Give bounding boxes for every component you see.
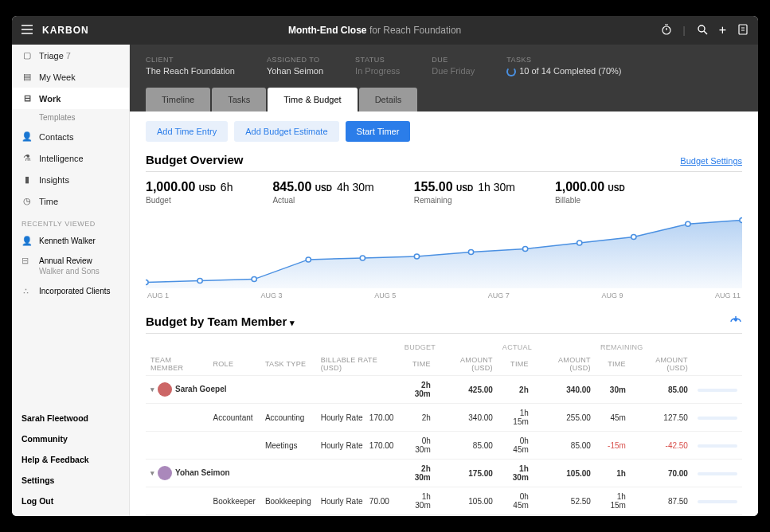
table-row: MeetingsHourly Rate 70.000h 30m35.000h 3… — [146, 515, 742, 516]
budget-chart — [146, 213, 742, 288]
team-budget-table: BUDGET ACTUAL REMAINING TEAM MEMBERROLET… — [146, 340, 742, 516]
col-header: AMOUNT (USD) — [631, 353, 693, 376]
footer-link-community[interactable]: Community — [12, 428, 129, 449]
sidebar-item-my-week[interactable]: ▤My Week — [12, 66, 129, 88]
sidebar-item-time[interactable]: ◷Time — [12, 190, 129, 212]
intel-icon: ⚗ — [21, 153, 33, 163]
sidebar: ▢Triage 7▤My Week⊟WorkTemplates👤Contacts… — [12, 45, 130, 516]
sidebar-item-contacts[interactable]: 👤Contacts — [12, 126, 129, 147]
overview-title: Budget Overview — [146, 153, 244, 166]
sidebar-item-triage[interactable]: ▢Triage 7 — [12, 45, 129, 66]
progress-bar — [698, 389, 737, 392]
work-icon: ⊟ — [21, 256, 33, 266]
sidebar-sub-templates[interactable]: Templates — [12, 109, 129, 126]
week-icon: ▤ — [21, 72, 33, 82]
recent-item[interactable]: 👤Kenneth Walker — [12, 231, 129, 251]
col-group-actual: ACTUAL — [498, 340, 596, 353]
col-header: TIME — [596, 353, 631, 376]
stat-billable: 1,000.00 USDBillable — [555, 180, 625, 205]
team-title: Budget by Team Member ▾ — [146, 315, 295, 328]
chevron-down-icon[interactable]: ▾ — [150, 385, 154, 393]
table-row: BookkeeperBookkeepingHourly Rate 70.001h… — [146, 487, 742, 515]
col-header: TEAM MEMBER — [146, 353, 209, 376]
svg-point-6 — [306, 257, 311, 262]
footer-link-help-feedback[interactable]: Help & Feedback — [12, 449, 129, 470]
avatar — [158, 466, 172, 480]
svg-point-14 — [740, 218, 742, 223]
page-title: Month-End Close for Reach Foundation — [89, 25, 661, 36]
chevron-down-icon[interactable]: ▾ — [150, 469, 154, 477]
svg-point-4 — [197, 279, 202, 284]
download-icon[interactable] — [729, 314, 742, 328]
brand-logo: KARBON — [42, 25, 89, 36]
svg-point-3 — [146, 280, 148, 284]
recent-item[interactable]: ⊟Annual ReviewWalker and Sons — [12, 251, 129, 281]
table-row: MeetingsHourly Rate 170.000h 30m85.000h … — [146, 432, 742, 460]
svg-point-13 — [686, 221, 690, 226]
progress-bar — [698, 417, 737, 420]
person-icon: 👤 — [21, 236, 33, 246]
svg-point-11 — [577, 241, 582, 245]
work-icon: ⊟ — [21, 93, 33, 104]
col-header: BILLABLE RATE (USD) — [316, 353, 400, 376]
table-row: ▾Sarah Goepel2h 30m425.002h340.0030m85.0… — [146, 376, 742, 404]
col-header: ROLE — [209, 353, 260, 376]
recent-label: RECENTLY VIEWED — [12, 212, 129, 231]
meta-client: CLIENTThe Reach Foundation — [146, 56, 235, 76]
col-group-remaining: REMAINING — [596, 340, 693, 353]
sidebar-item-intelligence[interactable]: ⚗Intelligence — [12, 147, 129, 169]
tab-tasks[interactable]: Tasks — [212, 88, 266, 111]
tab-timeline[interactable]: Timeline — [146, 88, 210, 111]
time-icon: ◷ — [21, 196, 33, 206]
contacts-icon: 👤 — [21, 131, 33, 142]
work-header: CLIENTThe Reach FoundationASSIGNED TOYoh… — [130, 45, 758, 111]
footer-link-settings[interactable]: Settings — [12, 470, 129, 491]
col-header: AMOUNT (USD) — [436, 353, 498, 376]
sidebar-item-insights[interactable]: ▮Insights — [12, 169, 129, 190]
chart-x-labels: AUG 1AUG 3AUG 5AUG 7AUG 9AUG 11 — [146, 291, 742, 299]
meta-due: DUEDue Friday — [432, 56, 475, 76]
org-icon: ⛬ — [21, 286, 33, 295]
tab-details[interactable]: Details — [359, 88, 418, 111]
meta-assigned-to: ASSIGNED TOYohan Seimon — [267, 56, 323, 76]
start-timer-button[interactable]: Start Timer — [346, 121, 411, 142]
tab-time-budget[interactable]: Time & Budget — [268, 88, 357, 111]
triage-icon: ▢ — [21, 50, 33, 61]
svg-point-12 — [631, 234, 636, 239]
svg-point-1 — [698, 25, 705, 32]
menu-icon[interactable] — [21, 25, 33, 37]
add-time-button[interactable]: Add Time Entry — [146, 121, 228, 142]
recent-item[interactable]: ⛬Incorporated Clients — [12, 281, 129, 301]
col-header: AMOUNT (USD) — [534, 353, 596, 376]
svg-point-7 — [360, 256, 365, 260]
tabs: TimelineTasksTime & BudgetDetails — [146, 88, 742, 111]
stat-budget: 1,000.00 USD6hBudget — [146, 180, 233, 205]
note-icon[interactable] — [737, 24, 749, 37]
sidebar-item-work[interactable]: ⊟Work — [12, 88, 129, 109]
stat-remaining: 155.00 USD1h 30mRemaining — [414, 180, 515, 205]
footer-link-log-out[interactable]: Log Out — [12, 491, 129, 511]
svg-point-10 — [523, 247, 528, 252]
chevron-down-icon[interactable]: ▾ — [290, 318, 295, 327]
search-icon[interactable] — [697, 24, 708, 37]
meta-status: STATUSIn Progress — [355, 56, 400, 76]
progress-bar — [698, 500, 737, 503]
svg-point-9 — [468, 249, 473, 254]
footer-link-sarah-fleetwood[interactable]: Sarah Fleetwood — [12, 408, 129, 428]
timer-icon[interactable] — [661, 24, 672, 37]
add-icon[interactable]: + — [719, 23, 726, 37]
add-budget-button[interactable]: Add Budget Estimate — [234, 121, 338, 142]
col-header: TIME — [498, 353, 534, 376]
main-content: CLIENTThe Reach FoundationASSIGNED TOYoh… — [130, 45, 758, 516]
budget-stats: 1,000.00 USD6hBudget845.00 USD4h 30mActu… — [146, 180, 742, 205]
title-context: for Reach Foundation — [367, 25, 462, 36]
insights-icon: ▮ — [21, 174, 33, 185]
budget-settings-link[interactable]: Budget Settings — [680, 156, 742, 166]
svg-point-5 — [252, 277, 256, 282]
title-bold: Month-End Close — [288, 25, 367, 36]
col-header: TIME — [400, 353, 436, 376]
meta-tasks: TASKS10 of 14 Completed (70%) — [506, 56, 621, 76]
col-group-budget: BUDGET — [400, 340, 498, 353]
svg-point-8 — [414, 254, 419, 259]
table-row: AccountantAccountingHourly Rate 170.002h… — [146, 404, 742, 432]
